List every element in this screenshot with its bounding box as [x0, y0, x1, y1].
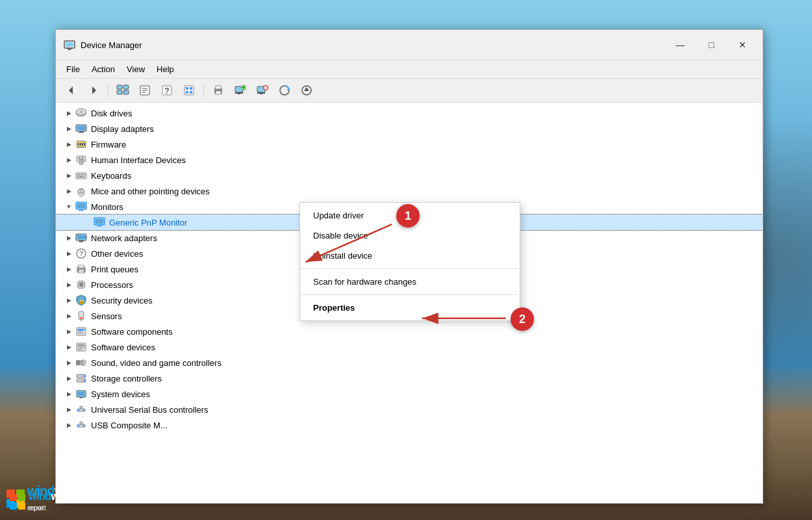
expand-software-components[interactable]: ▶: [64, 326, 74, 337]
tree-item-display-adapters[interactable]: ▶ Display adapters: [56, 121, 763, 136]
svg-point-117: [84, 380, 86, 382]
add-hardware-button[interactable]: +: [230, 81, 251, 99]
context-menu-disable-device[interactable]: Disable device: [300, 226, 520, 246]
software-devices-icon: [75, 341, 87, 353]
expand-usb-composite[interactable]: ▶: [64, 420, 74, 430]
svg-rect-22: [216, 86, 221, 89]
expand-sound-video[interactable]: ▶: [64, 358, 74, 368]
expand-processors[interactable]: ▶: [64, 280, 74, 290]
svg-point-127: [78, 425, 80, 427]
svg-rect-7: [123, 85, 129, 89]
svg-rect-19: [186, 91, 188, 94]
svg-rect-102: [78, 329, 84, 331]
expand-print-queues[interactable]: ▶: [64, 264, 74, 274]
svg-rect-2: [67, 48, 72, 49]
svg-text:?: ?: [79, 250, 84, 257]
svg-rect-56: [79, 162, 83, 164]
expand-mice[interactable]: ▶: [64, 186, 74, 196]
expand-firmware[interactable]: ▶: [64, 139, 74, 150]
software-devices-label: Software devices: [91, 343, 757, 352]
menu-help[interactable]: Help: [151, 62, 179, 77]
svg-rect-80: [85, 237, 86, 238]
monitors-icon: [75, 201, 87, 213]
svg-point-124: [83, 410, 85, 411]
svg-rect-59: [79, 174, 81, 176]
expand-security-devices[interactable]: ▶: [64, 295, 74, 306]
display-adapters-icon: [75, 123, 87, 135]
tree-item-disk-drives[interactable]: ▶ Disk drives: [56, 105, 763, 121]
svg-text:+: +: [242, 84, 245, 91]
svg-rect-3: [68, 49, 71, 51]
context-menu-sep-2: [300, 294, 520, 295]
title-bar: Device Manager — □ ✕: [56, 30, 763, 60]
svg-rect-99: [80, 317, 82, 319]
expand-storage-controllers[interactable]: ▶: [64, 373, 74, 384]
details-button[interactable]: [134, 81, 155, 99]
scan-button[interactable]: [274, 81, 295, 99]
minimize-button[interactable]: —: [665, 35, 695, 55]
tree-item-keyboards[interactable]: ▶ Keyboards: [56, 168, 763, 183]
svg-rect-20: [190, 91, 192, 94]
svg-rect-103: [78, 332, 82, 333]
expand-usb-controllers[interactable]: ▶: [64, 404, 74, 415]
svg-rect-73: [95, 219, 103, 224]
svg-rect-126: [80, 422, 82, 424]
window-title: Device Manager: [81, 40, 142, 50]
maximize-button[interactable]: □: [696, 35, 726, 55]
context-menu-scan-changes[interactable]: Scan for hardware changes: [300, 272, 520, 292]
svg-rect-51: [77, 147, 85, 148]
tree-item-firmware[interactable]: ▶ Firmware: [56, 136, 763, 152]
tree-item-mice[interactable]: ▶ Mice and other pointing devices: [56, 183, 763, 199]
forward-button[interactable]: [83, 81, 104, 99]
svg-rect-88: [79, 283, 83, 287]
expand-other-devices[interactable]: ▶: [64, 248, 74, 259]
tree-item-storage-controllers[interactable]: ▶ Storage controllers: [56, 370, 763, 386]
tree-item-software-components[interactable]: ▶ Software components: [56, 324, 763, 339]
expand-keyboards[interactable]: ▶: [64, 170, 74, 181]
sound-video-label: Sound, video and game controllers: [91, 358, 757, 368]
svg-rect-30: [257, 92, 265, 94]
tree-item-software-devices[interactable]: ▶ Software devices: [56, 339, 763, 355]
expand-display-adapters[interactable]: ▶: [64, 124, 74, 134]
expand-hid[interactable]: ▶: [64, 155, 74, 165]
update-icon-button[interactable]: [296, 81, 317, 99]
context-menu-uninstall-device[interactable]: Uninstall device: [300, 246, 520, 266]
storage-controllers-icon: [75, 372, 87, 384]
print-button[interactable]: [208, 81, 229, 99]
svg-rect-57: [76, 173, 86, 179]
tree-item-system-devices[interactable]: ▶ System devices: [56, 386, 763, 402]
expand-sensors[interactable]: ▶: [64, 311, 74, 321]
menu-action[interactable]: Action: [86, 62, 120, 77]
context-menu-properties[interactable]: Properties: [300, 298, 520, 318]
svg-rect-18: [190, 87, 192, 90]
expand-network-adapters[interactable]: ▶: [64, 233, 74, 243]
system-devices-icon: [75, 388, 87, 400]
back-button[interactable]: [61, 81, 82, 99]
menu-bar: File Action View Help: [56, 60, 763, 79]
help-button[interactable]: ?: [157, 81, 177, 99]
svg-rect-79: [79, 242, 84, 242]
overview-button[interactable]: [112, 81, 133, 99]
tree-item-usb-controllers[interactable]: ▶ Universal Serial Bus controllers: [56, 402, 763, 417]
menu-view[interactable]: View: [121, 62, 150, 77]
keyboards-icon: [75, 170, 87, 181]
svg-rect-70: [79, 209, 83, 211]
svg-rect-55: [79, 159, 84, 161]
expand-monitors[interactable]: ▼: [64, 202, 74, 212]
close-button[interactable]: ✕: [728, 35, 757, 55]
expand-software-devices[interactable]: ▶: [64, 342, 74, 352]
svg-rect-122: [80, 406, 82, 409]
expand-system-devices[interactable]: ▶: [64, 389, 74, 399]
svg-rect-53: [79, 157, 81, 159]
tree-item-usb-composite[interactable]: ▶ USB Composite M...: [56, 417, 763, 433]
tree-item-sound-video[interactable]: ▶ Sound, video and game controllers: [56, 355, 763, 370]
storage-controllers-label: Storage controllers: [91, 374, 757, 384]
svg-rect-8: [117, 90, 122, 94]
tree-item-hid[interactable]: ▶ Human Interface Devices: [56, 152, 763, 168]
expand-disk-drives[interactable]: ▶: [64, 108, 74, 118]
generic-pnp-icon: [94, 216, 105, 228]
menu-file[interactable]: File: [61, 62, 85, 77]
svg-rect-23: [216, 91, 221, 94]
resource-button[interactable]: [179, 81, 199, 99]
uninstall-icon-button[interactable]: [252, 81, 273, 99]
